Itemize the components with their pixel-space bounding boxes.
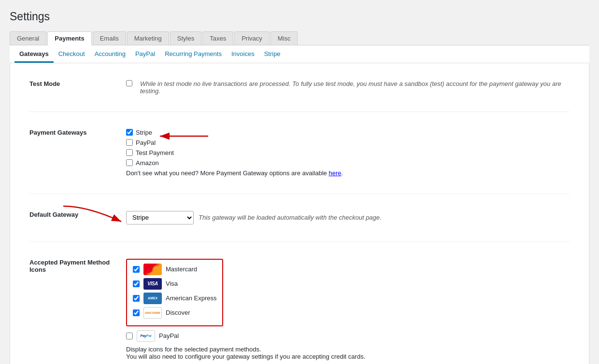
icon-discover-checkbox[interactable] [133, 309, 140, 316]
subtab-paypal[interactable]: PayPal [130, 45, 160, 63]
icon-visa-checkbox[interactable] [133, 280, 140, 287]
test-mode-description: While in test mode no live transactions … [140, 80, 570, 95]
settings-content: Test Mode While in test mode no live tra… [10, 63, 589, 364]
default-gateway-control: Stripe PayPal Test Payment Amazon This g… [126, 211, 570, 224]
payment-gateways-label: Payment Gateways [29, 129, 87, 136]
accepted-icons-row: Accepted Payment Method Icons Mastercard [25, 252, 574, 364]
icon-paypal-label[interactable]: PayPal [159, 332, 179, 339]
icon-visa-label[interactable]: Visa [166, 280, 178, 287]
default-gateway-hint: This gateway will be loaded automaticall… [199, 214, 382, 221]
icon-amex-row: AMEX American Express [133, 293, 216, 304]
payment-gateways-row: Payment Gateways [25, 122, 574, 184]
tab-styles[interactable]: Styles [170, 31, 201, 45]
subtab-stripe[interactable]: Stripe [259, 45, 285, 63]
icon-amex-label[interactable]: American Express [166, 294, 216, 302]
icon-visa-row: VISA Visa [133, 278, 216, 290]
amex-icon: AMEX [143, 293, 162, 304]
icon-mastercard-row: Mastercard [133, 264, 216, 275]
tab-privacy[interactable]: Privacy [234, 31, 270, 45]
subtab-checkout[interactable]: Checkout [54, 45, 90, 63]
mastercard-icon [143, 264, 162, 275]
arrow-annotation-2 [49, 201, 131, 230]
accepted-icons-label: Accepted Payment Method Icons [29, 259, 110, 273]
tab-general[interactable]: General [10, 31, 46, 45]
main-nav-tabs: General Payments Emails Marketing Styles… [10, 31, 589, 45]
gateway-testpay-row: Test Payment [126, 149, 343, 156]
icon-mastercard-label[interactable]: Mastercard [166, 266, 197, 273]
icon-paypal-row: PayPal PayPal [126, 330, 570, 342]
subtab-invoices[interactable]: Invoices [227, 45, 259, 63]
test-mode-label: Test Mode [29, 80, 60, 87]
test-mode-checkbox[interactable] [126, 80, 132, 86]
gateway-test-label[interactable]: Test Payment [136, 149, 174, 156]
test-mode-row: Test Mode While in test mode no live tra… [25, 73, 574, 102]
subtab-accounting[interactable]: Accounting [90, 45, 130, 63]
tab-payments[interactable]: Payments [47, 31, 91, 45]
subtab-gateways[interactable]: Gateways [14, 45, 54, 63]
tab-emails[interactable]: Emails [93, 31, 126, 45]
paypal-icon: PayPal [137, 330, 155, 342]
subtab-recurring[interactable]: Recurring Payments [160, 45, 227, 63]
tab-taxes[interactable]: Taxes [202, 31, 233, 45]
gateway-paypal-label[interactable]: PayPal [136, 139, 156, 146]
icon-discover-row: DISCOVER Discover [133, 307, 216, 319]
payment-icons-box: Mastercard VISA Visa AMEX American E [126, 259, 223, 326]
icon-mastercard-checkbox[interactable] [133, 266, 140, 273]
gateway-amazon-checkbox[interactable] [126, 159, 133, 166]
default-gateway-select[interactable]: Stripe PayPal Test Payment Amazon [126, 211, 194, 224]
tab-marketing[interactable]: Marketing [127, 31, 169, 45]
icon-amex-checkbox[interactable] [133, 295, 140, 302]
icons-description: Display icons for the selected payment m… [126, 346, 570, 360]
gateway-amazon-label[interactable]: Amazon [136, 159, 159, 167]
icons-desc-line-1: Display icons for the selected payment m… [126, 346, 570, 353]
payment-gateways-options: Stripe PayPal Test Payment Amazon [126, 129, 343, 177]
gateway-amazon-row: Amazon [126, 159, 343, 167]
settings-form: Test Mode While in test mode no live tra… [25, 73, 574, 364]
gateway-stripe-label[interactable]: Stripe [136, 129, 152, 136]
discover-icon: DISCOVER [143, 307, 162, 319]
icon-paypal-checkbox[interactable] [126, 333, 133, 339]
visa-icon: VISA [143, 278, 162, 290]
gateway-test-checkbox[interactable] [126, 149, 133, 156]
default-gateway-row: Default Gateway [25, 204, 574, 232]
sub-nav-tabs: Gateways Checkout Accounting PayPal Recu… [10, 45, 589, 63]
tab-misc[interactable]: Misc [271, 31, 298, 45]
page-title: Settings [10, 10, 589, 24]
gateway-stripe-row: Stripe [126, 129, 343, 136]
icons-desc-line-2: You will also need to configure your gat… [126, 353, 570, 360]
icon-discover-label[interactable]: Discover [166, 309, 190, 316]
gateway-stripe-checkbox[interactable] [126, 129, 133, 136]
gateway-more-link[interactable]: here [328, 169, 341, 177]
gateway-paypal-checkbox[interactable] [126, 139, 133, 146]
gateway-paypal-row: PayPal [126, 139, 343, 146]
gateway-more-text: Don't see what you need? More Payment Ga… [126, 169, 343, 177]
